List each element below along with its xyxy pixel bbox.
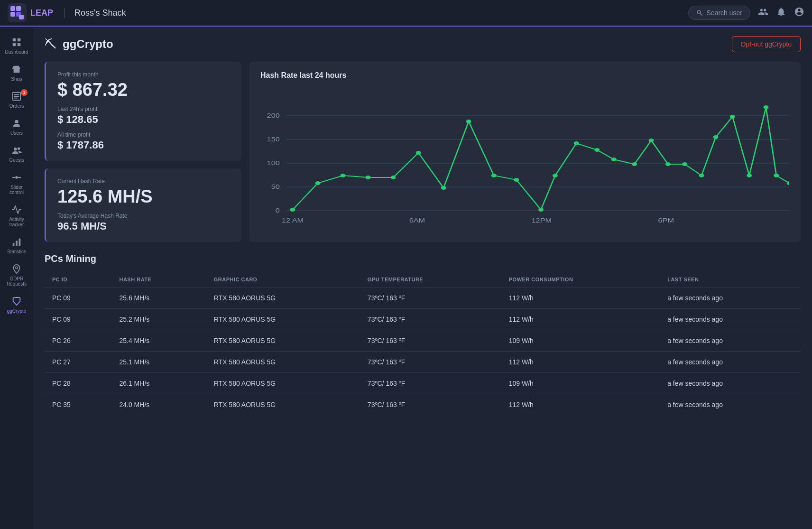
svg-rect-2 bbox=[16, 6, 21, 11]
sidebar-item-orders[interactable]: 1 Orders bbox=[0, 86, 33, 113]
cell-pc-id: PC 27 bbox=[45, 352, 111, 373]
svg-rect-11 bbox=[18, 43, 20, 46]
sidebar-item-statistics[interactable]: Statistics bbox=[0, 232, 33, 259]
cell-power: 112 W/h bbox=[501, 394, 660, 416]
table-row: PC 26 25.4 MH/s RTX 580 AORUS 5G 73ºC/ 1… bbox=[45, 330, 801, 352]
chart-dot bbox=[730, 115, 735, 119]
svg-text:200: 200 bbox=[267, 112, 280, 119]
svg-point-15 bbox=[18, 148, 20, 150]
svg-rect-18 bbox=[16, 241, 18, 246]
table-row: PC 28 26.1 MH/s RTX 580 AORUS 5G 73ºC/ 1… bbox=[45, 373, 801, 394]
page-title-row: ⛏ ggCrypto bbox=[45, 37, 113, 52]
cell-graphic-card: RTX 580 AORUS 5G bbox=[206, 288, 360, 309]
cell-power: 112 W/h bbox=[501, 309, 660, 330]
cell-last-seen: a few seconds ago bbox=[660, 373, 801, 394]
cell-hash-rate: 25.6 MH/s bbox=[111, 288, 206, 309]
pickaxe-icon: ⛏ bbox=[45, 37, 57, 52]
main-content: ⛏ ggCrypto Opt-out ggCrypto Profit this … bbox=[33, 27, 812, 529]
alltime-label: All time profit bbox=[57, 131, 230, 138]
svg-rect-1 bbox=[10, 6, 15, 11]
svg-rect-10 bbox=[13, 43, 16, 46]
chart-dot bbox=[611, 158, 617, 161]
sidebar-gdpr-label: GDPRRequests bbox=[7, 276, 27, 287]
logo[interactable]: LEAP bbox=[8, 3, 53, 22]
cell-gpu-temp: 73ºC/ 163 ºF bbox=[360, 330, 501, 352]
svg-text:150: 150 bbox=[267, 136, 280, 142]
svg-text:50: 50 bbox=[271, 184, 280, 190]
mining-table-body: PC 09 25.6 MH/s RTX 580 AORUS 5G 73ºC/ 1… bbox=[45, 288, 801, 416]
topbar-right: Search user bbox=[688, 6, 804, 20]
account-icon[interactable] bbox=[794, 7, 804, 19]
grid-icon bbox=[11, 37, 22, 47]
sidebar-item-slider-control[interactable]: Slidercontrol bbox=[0, 167, 33, 200]
sidebar-item-users[interactable]: Users bbox=[0, 113, 33, 140]
left-cards: Profit this month $ 867.32 Last 24h's pr… bbox=[45, 62, 241, 242]
mining-table: PC ID HASH RATE GRAPHIC CARD GPU TEMPERA… bbox=[45, 272, 801, 415]
sidebar-item-gdpr[interactable]: GDPRRequests bbox=[0, 259, 33, 291]
shop-icon bbox=[11, 64, 22, 74]
table-title: PCs Mining bbox=[45, 253, 801, 264]
chart-line bbox=[293, 107, 789, 210]
orders-badge: 1 bbox=[21, 89, 28, 96]
logo-text: LEAP bbox=[30, 8, 53, 18]
cell-power: 112 W/h bbox=[501, 352, 660, 373]
cell-power: 112 W/h bbox=[501, 288, 660, 309]
svg-line-7 bbox=[700, 13, 702, 15]
svg-rect-5 bbox=[19, 15, 24, 19]
chart-dot bbox=[391, 176, 396, 179]
sidebar-item-activity-tracker[interactable]: Activitytracker bbox=[0, 200, 33, 232]
opt-out-button[interactable]: Opt-out ggCrypto bbox=[732, 36, 801, 52]
sidebar-ggcrypto-label: ggCrypto bbox=[7, 308, 27, 314]
sidebar-activity-label: Activitytracker bbox=[9, 217, 24, 227]
table-row: PC 27 25.1 MH/s RTX 580 AORUS 5G 73ºC/ 1… bbox=[45, 352, 801, 373]
search-box[interactable]: Search user bbox=[688, 6, 750, 20]
chart-dot bbox=[441, 186, 446, 190]
search-placeholder: Search user bbox=[707, 9, 742, 17]
sidebar-item-dashboard[interactable]: Dashboard bbox=[0, 32, 33, 59]
activity-icon bbox=[11, 204, 22, 215]
chart-card: Hash Rate last 24 hours 0 50 100 150 bbox=[249, 62, 801, 242]
sidebar-item-guests[interactable]: Guests bbox=[0, 140, 33, 167]
sidebar-statistics-label: Statistics bbox=[7, 249, 26, 254]
cell-graphic-card: RTX 580 AORUS 5G bbox=[206, 309, 360, 330]
cell-last-seen: a few seconds ago bbox=[660, 309, 801, 330]
last24-value: $ 128.65 bbox=[57, 113, 230, 126]
table-row: PC 35 24.0 MH/s RTX 580 AORUS 5G 73ºC/ 1… bbox=[45, 394, 801, 416]
add-user-icon[interactable] bbox=[758, 7, 768, 19]
chart-dot bbox=[553, 174, 558, 177]
chart-dot bbox=[416, 151, 421, 155]
svg-rect-19 bbox=[19, 239, 21, 246]
cell-gpu-temp: 73ºC/ 163 ºF bbox=[360, 352, 501, 373]
cell-last-seen: a few seconds ago bbox=[660, 394, 801, 416]
chart-dot bbox=[682, 162, 687, 166]
chart-title: Hash Rate last 24 hours bbox=[260, 71, 789, 80]
svg-point-16 bbox=[15, 176, 18, 179]
orders-icon bbox=[11, 91, 22, 102]
col-power: POWER CONSUMPTION bbox=[501, 272, 660, 288]
avg-hash-value: 96.5 MH/S bbox=[57, 220, 230, 232]
sidebar-users-label: Users bbox=[10, 130, 23, 136]
chart-dot bbox=[466, 120, 471, 123]
cell-pc-id: PC 09 bbox=[45, 309, 111, 330]
chart-dot bbox=[764, 105, 769, 109]
page-title: ggCrypto bbox=[63, 37, 113, 51]
svg-point-20 bbox=[16, 267, 18, 269]
cell-hash-rate: 24.0 MH/s bbox=[111, 394, 206, 416]
cell-last-seen: a few seconds ago bbox=[660, 330, 801, 352]
svg-text:0: 0 bbox=[276, 207, 280, 213]
table-row: PC 09 25.6 MH/s RTX 580 AORUS 5G 73ºC/ 1… bbox=[45, 288, 801, 309]
chart-dot bbox=[290, 208, 295, 212]
cell-pc-id: PC 26 bbox=[45, 330, 111, 352]
profit-value: $ 867.32 bbox=[57, 80, 230, 100]
cell-graphic-card: RTX 580 AORUS 5G bbox=[206, 330, 360, 352]
cell-power: 109 W/h bbox=[501, 373, 660, 394]
cell-hash-rate: 26.1 MH/s bbox=[111, 373, 206, 394]
svg-text:12PM: 12PM bbox=[532, 217, 552, 223]
notifications-icon[interactable] bbox=[776, 7, 786, 19]
sidebar-item-shop[interactable]: Shop bbox=[0, 59, 33, 86]
cell-pc-id: PC 35 bbox=[45, 394, 111, 416]
sidebar-item-ggcrypto[interactable]: ggCrypto bbox=[0, 291, 33, 318]
chart-dot bbox=[491, 174, 497, 177]
col-gpu-temp: GPU TEMPERATURE bbox=[360, 272, 501, 288]
hash-chart-svg: 0 50 100 150 200 12 AM 6AM 12PM 6PM bbox=[260, 87, 789, 230]
